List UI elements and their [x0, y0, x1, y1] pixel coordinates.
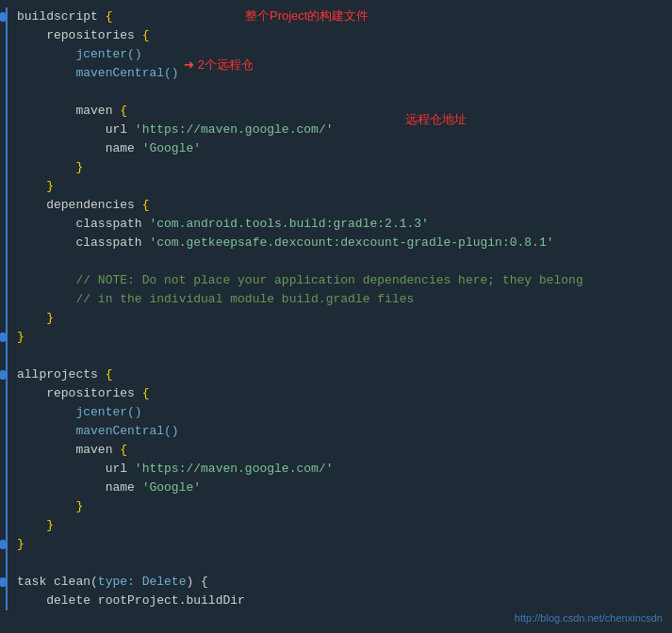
- line-content: // NOTE: Do not place your application d…: [13, 271, 672, 290]
- code-line: }: [0, 309, 672, 328]
- line-content: }: [13, 177, 672, 196]
- token: }: [46, 518, 54, 532]
- line-gutter: [0, 328, 8, 347]
- token: {: [120, 104, 127, 118]
- token: ) {: [186, 575, 207, 589]
- line-content: name 'Google': [13, 139, 672, 158]
- line-content: buildscript {: [13, 8, 672, 26]
- code-line: [0, 252, 672, 271]
- line-content: jcenter(): [13, 45, 672, 64]
- token: dependencies: [46, 198, 141, 212]
- code-line: delete rootProject.buildDir: [0, 592, 672, 610]
- line-gutter: [0, 516, 8, 535]
- line-gutter: [0, 196, 8, 215]
- line-gutter: [0, 347, 8, 365]
- line-content: url 'https://maven.google.com/': [13, 460, 672, 479]
- token: name: [106, 141, 142, 155]
- token: {: [142, 28, 150, 42]
- line-gutter: [0, 83, 8, 102]
- line-gutter: [0, 422, 8, 441]
- line-gutter: [0, 121, 8, 139]
- token: name: [106, 480, 142, 495]
- code-line: classpath 'com.android.tools.build:gradl…: [0, 215, 672, 234]
- code-line: // in the individual module build.gradle…: [0, 290, 672, 309]
- token: task clean(: [17, 575, 98, 589]
- line-gutter: [0, 384, 8, 403]
- code-line: maven {: [0, 441, 672, 460]
- code-line: name 'Google': [0, 479, 672, 497]
- token: }: [46, 311, 54, 325]
- line-gutter: [0, 8, 8, 26]
- token: }: [17, 537, 25, 551]
- token: repositories: [46, 28, 141, 42]
- line-gutter: [0, 535, 8, 554]
- code-line: name 'Google': [0, 139, 672, 158]
- line-gutter: [0, 290, 8, 309]
- code-line: dependencies {: [0, 196, 672, 215]
- code-line: classpath 'com.getkeepsafe.dexcount:dexc…: [0, 234, 672, 252]
- token: repositories: [46, 386, 141, 400]
- line-content: mavenCentral(): [13, 64, 672, 83]
- line-gutter: [0, 102, 8, 121]
- code-view: 整个Project的构建文件 ➜ 2个远程仓 远程仓地址 buildscript…: [0, 0, 672, 633]
- code-line: [0, 83, 672, 102]
- code-line: [0, 554, 672, 573]
- code-line: maven {: [0, 102, 672, 121]
- token: 'Google': [142, 480, 201, 495]
- line-content: name 'Google': [13, 479, 672, 497]
- line-gutter: [0, 45, 8, 64]
- line-gutter: [0, 441, 8, 460]
- line-content: }: [13, 309, 672, 328]
- line-content: repositories {: [13, 384, 672, 403]
- line-gutter: [0, 64, 8, 83]
- line-content: dependencies {: [13, 196, 672, 215]
- token: mavenCentral(): [75, 424, 178, 438]
- code-line: jcenter(): [0, 403, 672, 422]
- token: }: [75, 160, 83, 174]
- line-content: }: [13, 328, 672, 347]
- token: buildscript: [17, 9, 106, 24]
- line-gutter: [0, 592, 8, 610]
- token: delete rootProject.buildDir: [46, 593, 245, 608]
- code-line: }: [0, 177, 672, 196]
- line-content: }: [13, 158, 672, 177]
- code-line: repositories {: [0, 384, 672, 403]
- line-gutter: [0, 573, 8, 592]
- line-content: }: [13, 516, 672, 535]
- line-gutter: [0, 139, 8, 158]
- code-line: jcenter(): [0, 45, 672, 64]
- token: // NOTE: Do not place your application d…: [75, 273, 582, 287]
- line-content: mavenCentral(): [13, 422, 672, 441]
- line-gutter: [0, 158, 8, 177]
- line-content: }: [13, 497, 672, 516]
- token: allprojects: [17, 367, 106, 381]
- line-gutter: [0, 26, 8, 45]
- token: mavenCentral(): [75, 66, 178, 80]
- code-line: mavenCentral(): [0, 64, 672, 83]
- token: classpath: [75, 217, 149, 231]
- line-gutter: [0, 497, 8, 516]
- code-line: repositories {: [0, 26, 672, 45]
- code-line: allprojects {: [0, 365, 672, 384]
- code-line: url 'https://maven.google.com/': [0, 460, 672, 479]
- token: {: [142, 198, 150, 212]
- code-line: }: [0, 158, 672, 177]
- line-gutter: [0, 460, 8, 479]
- token: }: [46, 179, 54, 193]
- token: }: [17, 330, 25, 344]
- line-gutter: [0, 479, 8, 497]
- token: 'com.getkeepsafe.dexcount:dexcount-gradl…: [149, 235, 553, 250]
- token: url: [106, 122, 135, 137]
- token: 'https://maven.google.com/': [135, 462, 334, 476]
- token: classpath: [75, 235, 149, 250]
- token: {: [142, 386, 150, 400]
- line-content: classpath 'com.android.tools.build:gradl…: [13, 215, 672, 234]
- code-line: url 'https://maven.google.com/': [0, 121, 672, 139]
- line-content: task clean(type: Delete) {: [13, 573, 672, 592]
- code-line: buildscript {: [0, 8, 672, 26]
- line-gutter: [0, 234, 8, 252]
- code-line: // NOTE: Do not place your application d…: [0, 271, 672, 290]
- code-line: mavenCentral(): [0, 422, 672, 441]
- line-gutter: [0, 271, 8, 290]
- token: 'com.android.tools.build:gradle:2.1.3': [149, 217, 428, 231]
